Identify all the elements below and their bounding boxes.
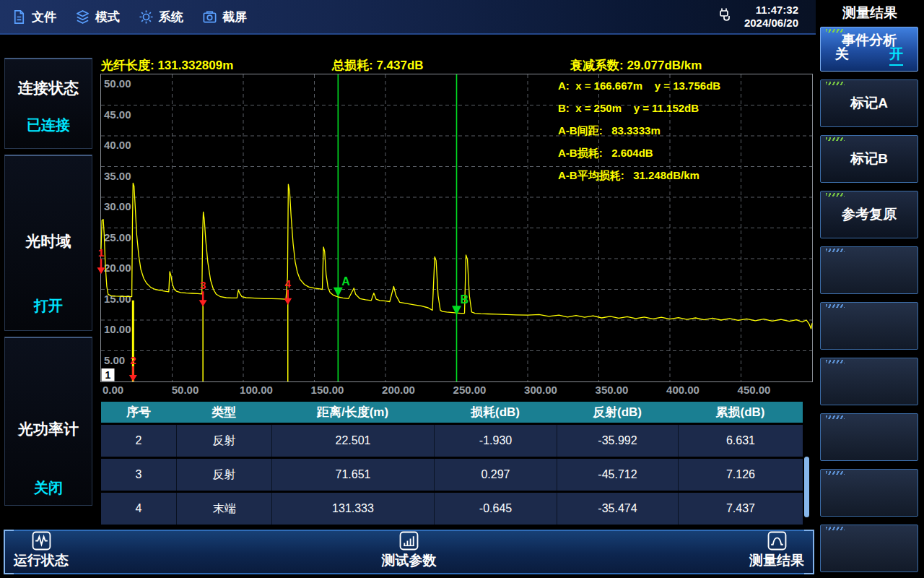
col-header-loss: 损耗(dB) <box>434 402 557 423</box>
cell: 0.297 <box>434 459 557 491</box>
menu-screenshot[interactable]: 截屏 <box>202 9 247 25</box>
svg-text:1: 1 <box>98 246 104 259</box>
tab-measure-results[interactable]: 测量结果 <box>749 531 804 570</box>
col-header-reflect: 反射(dB) <box>557 402 678 423</box>
x-tick-label: 250.00 <box>453 384 487 396</box>
svg-text:40.00: 40.00 <box>104 139 131 151</box>
x-tick-label: 200.00 <box>382 384 415 396</box>
menu-system[interactable]: 系统 <box>139 9 183 25</box>
otdr-module-title: 光时域 <box>5 231 92 251</box>
x-tick-label: 450.00 <box>738 384 771 396</box>
power-meter-panel[interactable]: 光功率计 关闭 <box>4 337 92 506</box>
x-tick-label: 150.00 <box>311 384 344 396</box>
layers-icon <box>75 9 90 25</box>
cell: -35.992 <box>557 425 678 457</box>
file-icon <box>12 9 27 25</box>
reference-restore-button[interactable]: 参考复原 <box>820 191 918 238</box>
empty-softkey-3[interactable] <box>820 358 918 405</box>
otdr-chart-canvas[interactable]: 50.0045.0040.0035.0030.0025.0020.0015.00… <box>101 74 812 381</box>
svg-text:B: B <box>461 293 469 306</box>
svg-text:25.00: 25.00 <box>104 231 131 243</box>
empty-softkey-6[interactable] <box>820 525 918 572</box>
tab-test-params-label: 测试参数 <box>382 551 437 570</box>
cell: 反射 <box>176 459 271 491</box>
empty-softkey-5[interactable] <box>820 469 918 517</box>
svg-text:4: 4 <box>285 277 292 290</box>
bar-chart-icon <box>399 531 419 551</box>
x-tick-label: 50.00 <box>172 384 199 396</box>
col-header-distance: 距离/长度(m) <box>271 402 434 423</box>
x-tick-label: 350.00 <box>596 384 629 396</box>
cell: 4 <box>101 493 176 525</box>
svg-text:35.00: 35.00 <box>104 170 131 182</box>
x-tick-label: 100.00 <box>240 384 273 396</box>
tab-run-status[interactable]: 运行状态 <box>14 531 69 570</box>
empty-softkey-4[interactable] <box>820 413 918 461</box>
table-row[interactable]: 2 反射 22.501 -1.930 -35.992 6.631 <box>101 425 803 457</box>
topbar-status-area: 11:47:32 2024/06/20 <box>715 0 798 33</box>
menu-file-label: 文件 <box>32 9 56 25</box>
empty-softkey-2[interactable] <box>820 302 918 350</box>
cell: 131.333 <box>271 493 434 525</box>
cell: 7.126 <box>678 459 803 491</box>
svg-text:3: 3 <box>200 279 206 291</box>
svg-text:10.00: 10.00 <box>104 323 131 335</box>
table-row[interactable]: 3 反射 71.651 0.297 -45.712 7.126 <box>101 459 803 491</box>
x-tick-label: 400.00 <box>666 384 699 396</box>
event-table-header-row: 序号 类型 距离/长度(m) 损耗(dB) 反射(dB) 累损(dB) <box>101 402 803 423</box>
otdr-chart[interactable]: 50.0045.0040.0035.0030.0025.0020.0015.00… <box>101 74 812 381</box>
tab-test-params[interactable]: 测试参数 <box>382 531 437 570</box>
col-header-cumloss: 累损(dB) <box>678 402 803 423</box>
cell: -0.645 <box>434 493 557 525</box>
reference-restore-label: 参考复原 <box>821 191 918 238</box>
cell: -45.712 <box>557 459 678 491</box>
cell: 反射 <box>176 425 271 457</box>
screenshot-icon <box>202 9 217 25</box>
cell: 22.501 <box>271 425 434 457</box>
event-analysis-toggle-button[interactable]: 事件分析 关 开 <box>820 27 918 72</box>
table-scrollbar[interactable] <box>804 457 809 517</box>
menu-mode[interactable]: 模式 <box>75 9 120 25</box>
cell: 71.651 <box>271 459 434 491</box>
trace-icon <box>767 531 787 551</box>
power-plug-icon <box>715 6 733 27</box>
menu-system-label: 系统 <box>159 9 183 25</box>
menu-mode-label: 模式 <box>95 9 120 25</box>
marker-b-button[interactable]: 标记B <box>820 135 918 183</box>
svg-text:50.00: 50.00 <box>104 77 131 90</box>
right-sidebar-title: 测量结果 <box>816 4 924 22</box>
event-table[interactable]: 序号 类型 距离/长度(m) 损耗(dB) 反射(dB) 累损(dB) 2 反射… <box>101 400 803 527</box>
x-tick-label: 0.00 <box>103 384 123 396</box>
marker-readout-line: A: x = 166.667m y = 13.756dB <box>558 79 720 92</box>
marker-readout-line: A-B平均损耗: 31.248dB/km <box>558 169 699 183</box>
svg-text:5.00: 5.00 <box>104 354 125 366</box>
cell: -1.930 <box>434 425 557 457</box>
cell: 末端 <box>176 493 271 525</box>
svg-text:20.00: 20.00 <box>104 262 131 274</box>
time-text: 11:47:32 <box>744 4 798 17</box>
marker-readout-line: B: x = 250m y = 11.152dB <box>558 102 699 114</box>
marker-a-button[interactable]: 标记A <box>820 79 918 127</box>
toggle-off-label[interactable]: 关 <box>835 45 849 66</box>
marker-b-label: 标记B <box>821 136 918 182</box>
otdr-module-panel[interactable]: 光时域 打开 <box>4 155 92 331</box>
marker-a-label: 标记A <box>821 80 918 126</box>
empty-softkey-1[interactable] <box>820 246 918 294</box>
connection-status-panel[interactable]: 连接状态 已连接 <box>4 58 92 149</box>
top-menu-bar: 文件 模式 系统 截屏 <box>0 0 816 35</box>
tab-measure-results-label: 测量结果 <box>749 551 804 570</box>
cell: 3 <box>101 459 176 491</box>
clock: 11:47:32 2024/06/20 <box>744 4 798 30</box>
right-sidebar: 测量结果 事件分析 关 开 标记A 标记B 参考复原 <box>816 0 924 578</box>
total-loss-summary: 总损耗: 7.437dB <box>332 57 424 74</box>
menu-file[interactable]: 文件 <box>12 9 56 25</box>
cell: 7.437 <box>678 493 803 525</box>
table-row[interactable]: 4 末端 131.333 -0.645 -35.474 7.437 <box>101 493 803 525</box>
toggle-on-label[interactable]: 开 <box>889 45 903 66</box>
svg-text:2: 2 <box>130 354 136 366</box>
date-text: 2024/06/20 <box>744 17 798 30</box>
otdr-app: { "topbar": { "menu": [ {"label": "文件", … <box>0 0 924 578</box>
col-header-type: 类型 <box>176 402 271 423</box>
x-axis-labels: 0.0050.00100.00150.00200.00250.00300.003… <box>101 384 823 398</box>
tab-run-status-label: 运行状态 <box>14 551 69 570</box>
